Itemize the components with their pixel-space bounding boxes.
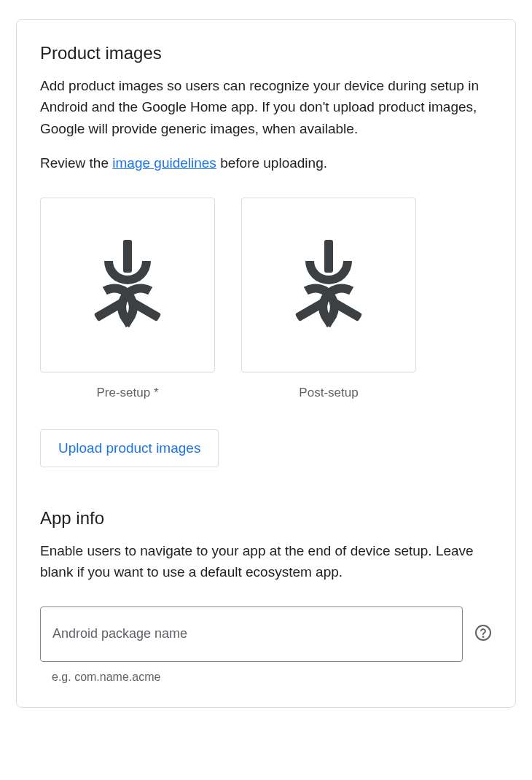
guidelines-line: Review the image guidelines before uploa… <box>40 152 492 173</box>
help-icon[interactable] <box>474 624 492 644</box>
product-images-row: Pre-setup * <box>40 198 492 400</box>
app-info-heading: App info <box>40 508 492 529</box>
android-package-name-input[interactable] <box>40 607 463 662</box>
matter-icon <box>80 240 175 330</box>
svg-rect-0 <box>123 240 132 273</box>
pre-setup-image-item: Pre-setup * <box>40 198 215 400</box>
pre-setup-caption: Pre-setup * <box>40 386 215 400</box>
review-suffix: before uploading. <box>216 155 327 171</box>
product-images-heading: Product images <box>40 43 492 63</box>
app-info-description: Enable users to navigate to your app at … <box>40 540 492 583</box>
post-setup-image-item: Post-setup <box>241 198 416 400</box>
post-setup-caption: Post-setup <box>241 386 416 400</box>
package-name-field-wrap <box>40 607 463 662</box>
package-name-helper: e.g. com.name.acme <box>52 671 492 684</box>
matter-icon <box>281 240 376 330</box>
svg-rect-3 <box>324 240 333 273</box>
upload-product-images-button[interactable]: Upload product images <box>40 429 219 467</box>
post-setup-image-box[interactable] <box>241 198 416 373</box>
review-prefix: Review the <box>40 155 112 171</box>
app-info-section: App info Enable users to navigate to you… <box>40 508 492 684</box>
product-images-description: Add product images so users can recogniz… <box>40 75 492 139</box>
product-images-section: Product images Add product images so use… <box>40 43 492 467</box>
svg-point-7 <box>483 636 484 637</box>
image-guidelines-link[interactable]: image guidelines <box>112 155 216 171</box>
package-name-row <box>40 607 492 662</box>
settings-card: Product images Add product images so use… <box>16 19 516 708</box>
pre-setup-image-box[interactable] <box>40 198 215 373</box>
